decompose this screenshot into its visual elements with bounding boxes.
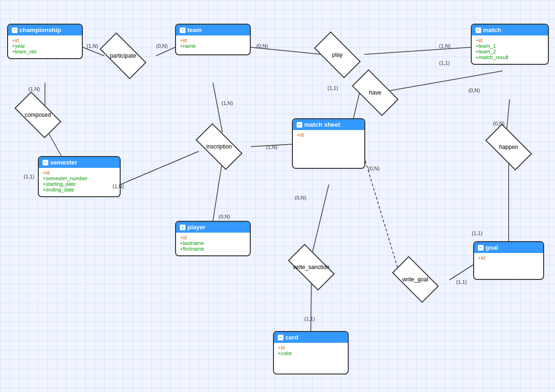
card-match-play: (1,N) — [439, 43, 450, 49]
entity-header-player: − player — [176, 222, 250, 233]
attr-semester-number: +semester_number — [43, 175, 116, 181]
card-championship-composed: (1,N) — [28, 86, 40, 92]
entity-header-card: − card — [274, 332, 348, 343]
entity-body-team: +id +name — [176, 35, 250, 54]
diamond-happen: happen — [485, 134, 532, 160]
card-happen-goal: (1,1) — [472, 230, 483, 236]
diamond-label-inscription: inscription — [206, 143, 232, 150]
minimize-icon-goal[interactable]: − — [478, 245, 484, 251]
card-player-inscription: (0,N) — [219, 214, 230, 219]
diamond-label-composed: composed — [25, 112, 51, 118]
card-team-inscription: (1,N) — [221, 100, 233, 106]
entity-semester: − semester +id +semester_number +startin… — [38, 156, 121, 197]
attr-team-name: +name — [180, 43, 246, 49]
entity-body-goal: +id — [474, 253, 543, 279]
card-happen-top: (0,N) — [493, 121, 504, 126]
attr-player-id: +id — [180, 235, 246, 240]
minimize-icon-team[interactable]: − — [180, 27, 185, 33]
entity-header-match-sheet: − match sheet — [293, 119, 364, 130]
svg-line-15 — [449, 265, 473, 280]
entity-championship: − championship +id +year +team_nbr — [7, 24, 83, 59]
attr-card-color: +color — [278, 350, 344, 356]
card-team-participate: (0,N) — [156, 43, 167, 49]
attr-championship-year: +year — [12, 43, 78, 49]
entity-title-semester: semester — [50, 159, 77, 166]
entity-body-semester: +id +semester_number +starting_date +end… — [39, 168, 120, 196]
minimize-icon-card[interactable]: − — [278, 335, 283, 340]
diamond-label-have: have — [369, 89, 381, 96]
diamond-write-goal: write_goal — [388, 266, 442, 293]
minimize-icon[interactable]: − — [12, 27, 18, 33]
attr-match-team1: +team_1 — [476, 43, 544, 49]
diamond-label-write-sanction: write_sanction — [293, 264, 330, 270]
diamond-inscription: inscription — [193, 132, 245, 161]
attr-team-id: +id — [180, 37, 246, 43]
minimize-icon-match-sheet[interactable]: − — [297, 122, 302, 128]
attr-match-team2: +team_2 — [476, 49, 544, 54]
svg-line-13 — [311, 281, 311, 331]
entity-title-championship: championship — [19, 26, 61, 34]
entity-match: − match +id +team_1 +team_2 +match_resul… — [471, 24, 549, 65]
card-championship-participate: (1,N) — [87, 43, 98, 49]
entity-body-match-sheet: +id — [293, 130, 364, 168]
entity-title-team: team — [187, 26, 202, 34]
minimize-icon-semester[interactable]: − — [43, 160, 48, 166]
attr-player-firstname: +firstname — [180, 246, 246, 252]
svg-line-11 — [121, 151, 199, 184]
entity-team: − team +id +name — [175, 24, 251, 55]
diamond-label-participate: participate — [110, 52, 136, 59]
attr-match-result: +match_result — [476, 54, 544, 60]
attr-match-id: +id — [476, 37, 544, 43]
entity-title-card: card — [285, 334, 298, 341]
entity-header-team: − team — [176, 25, 250, 35]
svg-line-6 — [381, 71, 502, 92]
card-matchsheet-write-goal: (0,N) — [368, 166, 379, 171]
entity-header-semester: − semester — [39, 157, 120, 168]
diamond-label-happen: happen — [499, 144, 518, 150]
attr-semester-end: +ending_date — [43, 187, 116, 192]
entity-match-sheet: − match sheet +id — [292, 118, 365, 169]
card-match-have-11: (1,1) — [439, 60, 450, 66]
entity-title-goal: goal — [485, 244, 498, 251]
card-semester-composed: (1,1) — [24, 174, 35, 179]
minimize-icon-player[interactable]: − — [180, 225, 185, 230]
entity-body-match: +id +team_1 +team_2 +match_result — [472, 35, 548, 64]
entity-header-goal: − goal — [474, 242, 543, 253]
svg-line-10 — [213, 161, 222, 221]
diamond-label-play: play — [332, 52, 343, 58]
attr-semester-id: +id — [43, 170, 116, 175]
entity-title-match-sheet: match sheet — [304, 121, 340, 128]
entity-goal: − goal +id — [473, 241, 544, 280]
card-matchsheet-have: (1,1) — [327, 85, 338, 91]
card-match-happen: (0,N) — [468, 87, 480, 93]
card-semester-inscription: (1,N) — [113, 183, 124, 189]
diamond-write-sanction: write_sanction — [283, 253, 340, 281]
entity-body-championship: +id +year +team_nbr — [8, 35, 82, 58]
diamond-composed: composed — [14, 102, 62, 128]
attr-goal-id: +id — [478, 255, 539, 261]
diamond-participate: participate — [97, 42, 149, 70]
attr-match-sheet-id: +id — [297, 132, 361, 138]
entity-card: − card +id +color — [273, 331, 349, 375]
attr-player-lastname: +lastname — [180, 240, 246, 246]
attr-championship-team_nbr: +team_nbr — [12, 49, 78, 54]
svg-line-12 — [312, 184, 329, 253]
entity-title-match: match — [483, 26, 501, 34]
entity-body-card: +id +color — [274, 343, 348, 374]
card-write-goal-goal: (1,1) — [456, 279, 467, 285]
card-team-play: (0,N) — [256, 43, 268, 49]
attr-championship-id: +id — [12, 37, 78, 43]
card-write-sanction-card: (1,1) — [304, 316, 315, 322]
diamond-label-write-goal: write_goal — [402, 276, 428, 283]
entity-header-championship: − championship — [8, 25, 82, 35]
entity-title-player: player — [187, 224, 205, 231]
minimize-icon-match[interactable]: − — [476, 27, 481, 33]
attr-card-id: +id — [278, 345, 344, 350]
diamond-play: play — [316, 42, 359, 68]
entity-player: − player +id +lastname +firstname — [175, 221, 251, 256]
svg-line-5 — [364, 47, 471, 54]
card-matchsheet-write-sanction: (0,N) — [295, 195, 306, 200]
card-matchsheet-inscription: (1,N) — [266, 144, 277, 150]
attr-semester-start: +starting_date — [43, 181, 116, 187]
entity-body-player: +id +lastname +firstname — [176, 233, 250, 255]
